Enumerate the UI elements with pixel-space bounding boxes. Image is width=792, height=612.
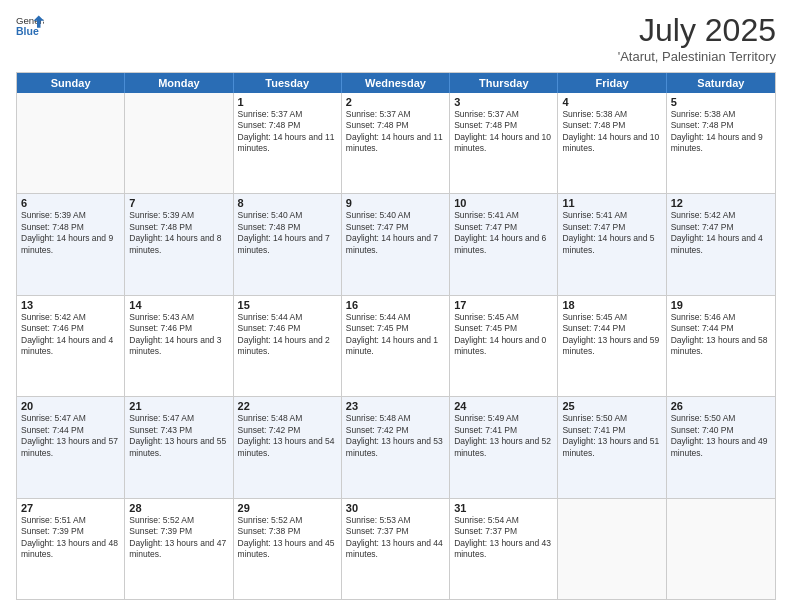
day-number-21: 21 xyxy=(129,400,228,412)
cell-info-28: Sunrise: 5:52 AM Sunset: 7:39 PM Dayligh… xyxy=(129,515,228,561)
day-cell-21: 21Sunrise: 5:47 AM Sunset: 7:43 PM Dayli… xyxy=(125,397,233,497)
cell-info-29: Sunrise: 5:52 AM Sunset: 7:38 PM Dayligh… xyxy=(238,515,337,561)
day-cell-9: 9Sunrise: 5:40 AM Sunset: 7:47 PM Daylig… xyxy=(342,194,450,294)
day-number-27: 27 xyxy=(21,502,120,514)
day-number-10: 10 xyxy=(454,197,553,209)
day-cell-1: 1Sunrise: 5:37 AM Sunset: 7:48 PM Daylig… xyxy=(234,93,342,193)
day-number-5: 5 xyxy=(671,96,771,108)
calendar-header: Sunday Monday Tuesday Wednesday Thursday… xyxy=(17,73,775,93)
day-number-25: 25 xyxy=(562,400,661,412)
cell-info-9: Sunrise: 5:40 AM Sunset: 7:47 PM Dayligh… xyxy=(346,210,445,256)
day-cell-28: 28Sunrise: 5:52 AM Sunset: 7:39 PM Dayli… xyxy=(125,499,233,599)
cell-info-15: Sunrise: 5:44 AM Sunset: 7:46 PM Dayligh… xyxy=(238,312,337,358)
cell-info-25: Sunrise: 5:50 AM Sunset: 7:41 PM Dayligh… xyxy=(562,413,661,459)
cell-info-13: Sunrise: 5:42 AM Sunset: 7:46 PM Dayligh… xyxy=(21,312,120,358)
calendar-body: 1Sunrise: 5:37 AM Sunset: 7:48 PM Daylig… xyxy=(17,93,775,599)
day-cell-20: 20Sunrise: 5:47 AM Sunset: 7:44 PM Dayli… xyxy=(17,397,125,497)
day-cell-11: 11Sunrise: 5:41 AM Sunset: 7:47 PM Dayli… xyxy=(558,194,666,294)
day-cell-10: 10Sunrise: 5:41 AM Sunset: 7:47 PM Dayli… xyxy=(450,194,558,294)
day-number-6: 6 xyxy=(21,197,120,209)
day-number-8: 8 xyxy=(238,197,337,209)
day-number-29: 29 xyxy=(238,502,337,514)
day-number-28: 28 xyxy=(129,502,228,514)
cell-info-20: Sunrise: 5:47 AM Sunset: 7:44 PM Dayligh… xyxy=(21,413,120,459)
day-cell-27: 27Sunrise: 5:51 AM Sunset: 7:39 PM Dayli… xyxy=(17,499,125,599)
cell-info-7: Sunrise: 5:39 AM Sunset: 7:48 PM Dayligh… xyxy=(129,210,228,256)
day-number-20: 20 xyxy=(21,400,120,412)
cell-info-21: Sunrise: 5:47 AM Sunset: 7:43 PM Dayligh… xyxy=(129,413,228,459)
empty-cell xyxy=(667,499,775,599)
day-cell-23: 23Sunrise: 5:48 AM Sunset: 7:42 PM Dayli… xyxy=(342,397,450,497)
day-number-19: 19 xyxy=(671,299,771,311)
cell-info-5: Sunrise: 5:38 AM Sunset: 7:48 PM Dayligh… xyxy=(671,109,771,155)
cell-info-14: Sunrise: 5:43 AM Sunset: 7:46 PM Dayligh… xyxy=(129,312,228,358)
day-number-15: 15 xyxy=(238,299,337,311)
day-cell-7: 7Sunrise: 5:39 AM Sunset: 7:48 PM Daylig… xyxy=(125,194,233,294)
header-monday: Monday xyxy=(125,73,233,93)
day-number-4: 4 xyxy=(562,96,661,108)
logo: General Blue xyxy=(16,12,44,40)
day-cell-22: 22Sunrise: 5:48 AM Sunset: 7:42 PM Dayli… xyxy=(234,397,342,497)
day-cell-26: 26Sunrise: 5:50 AM Sunset: 7:40 PM Dayli… xyxy=(667,397,775,497)
day-cell-24: 24Sunrise: 5:49 AM Sunset: 7:41 PM Dayli… xyxy=(450,397,558,497)
day-cell-30: 30Sunrise: 5:53 AM Sunset: 7:37 PM Dayli… xyxy=(342,499,450,599)
cell-info-8: Sunrise: 5:40 AM Sunset: 7:48 PM Dayligh… xyxy=(238,210,337,256)
day-cell-3: 3Sunrise: 5:37 AM Sunset: 7:48 PM Daylig… xyxy=(450,93,558,193)
cell-info-16: Sunrise: 5:44 AM Sunset: 7:45 PM Dayligh… xyxy=(346,312,445,358)
header-thursday: Thursday xyxy=(450,73,558,93)
header-wednesday: Wednesday xyxy=(342,73,450,93)
header-saturday: Saturday xyxy=(667,73,775,93)
day-number-17: 17 xyxy=(454,299,553,311)
day-cell-18: 18Sunrise: 5:45 AM Sunset: 7:44 PM Dayli… xyxy=(558,296,666,396)
empty-cell xyxy=(17,93,125,193)
cell-info-3: Sunrise: 5:37 AM Sunset: 7:48 PM Dayligh… xyxy=(454,109,553,155)
title-block: July 2025 'Atarut, Palestinian Territory xyxy=(618,12,776,64)
calendar: Sunday Monday Tuesday Wednesday Thursday… xyxy=(16,72,776,600)
day-number-12: 12 xyxy=(671,197,771,209)
day-cell-14: 14Sunrise: 5:43 AM Sunset: 7:46 PM Dayli… xyxy=(125,296,233,396)
day-number-9: 9 xyxy=(346,197,445,209)
cell-info-18: Sunrise: 5:45 AM Sunset: 7:44 PM Dayligh… xyxy=(562,312,661,358)
header-tuesday: Tuesday xyxy=(234,73,342,93)
day-cell-17: 17Sunrise: 5:45 AM Sunset: 7:45 PM Dayli… xyxy=(450,296,558,396)
day-number-14: 14 xyxy=(129,299,228,311)
cell-info-4: Sunrise: 5:38 AM Sunset: 7:48 PM Dayligh… xyxy=(562,109,661,155)
cell-info-10: Sunrise: 5:41 AM Sunset: 7:47 PM Dayligh… xyxy=(454,210,553,256)
day-cell-4: 4Sunrise: 5:38 AM Sunset: 7:48 PM Daylig… xyxy=(558,93,666,193)
day-cell-6: 6Sunrise: 5:39 AM Sunset: 7:48 PM Daylig… xyxy=(17,194,125,294)
cell-info-23: Sunrise: 5:48 AM Sunset: 7:42 PM Dayligh… xyxy=(346,413,445,459)
day-number-26: 26 xyxy=(671,400,771,412)
cell-info-11: Sunrise: 5:41 AM Sunset: 7:47 PM Dayligh… xyxy=(562,210,661,256)
empty-cell xyxy=(125,93,233,193)
day-number-18: 18 xyxy=(562,299,661,311)
cell-info-31: Sunrise: 5:54 AM Sunset: 7:37 PM Dayligh… xyxy=(454,515,553,561)
day-cell-12: 12Sunrise: 5:42 AM Sunset: 7:47 PM Dayli… xyxy=(667,194,775,294)
day-number-23: 23 xyxy=(346,400,445,412)
location: 'Atarut, Palestinian Territory xyxy=(618,49,776,64)
cell-info-19: Sunrise: 5:46 AM Sunset: 7:44 PM Dayligh… xyxy=(671,312,771,358)
day-number-13: 13 xyxy=(21,299,120,311)
day-cell-25: 25Sunrise: 5:50 AM Sunset: 7:41 PM Dayli… xyxy=(558,397,666,497)
day-number-7: 7 xyxy=(129,197,228,209)
day-cell-31: 31Sunrise: 5:54 AM Sunset: 7:37 PM Dayli… xyxy=(450,499,558,599)
day-number-11: 11 xyxy=(562,197,661,209)
svg-text:Blue: Blue xyxy=(16,25,39,37)
day-cell-29: 29Sunrise: 5:52 AM Sunset: 7:38 PM Dayli… xyxy=(234,499,342,599)
cell-info-30: Sunrise: 5:53 AM Sunset: 7:37 PM Dayligh… xyxy=(346,515,445,561)
cell-info-26: Sunrise: 5:50 AM Sunset: 7:40 PM Dayligh… xyxy=(671,413,771,459)
day-cell-13: 13Sunrise: 5:42 AM Sunset: 7:46 PM Dayli… xyxy=(17,296,125,396)
day-cell-2: 2Sunrise: 5:37 AM Sunset: 7:48 PM Daylig… xyxy=(342,93,450,193)
month-title: July 2025 xyxy=(618,12,776,49)
cell-info-6: Sunrise: 5:39 AM Sunset: 7:48 PM Dayligh… xyxy=(21,210,120,256)
cell-info-12: Sunrise: 5:42 AM Sunset: 7:47 PM Dayligh… xyxy=(671,210,771,256)
day-cell-5: 5Sunrise: 5:38 AM Sunset: 7:48 PM Daylig… xyxy=(667,93,775,193)
day-number-30: 30 xyxy=(346,502,445,514)
week-row-1: 1Sunrise: 5:37 AM Sunset: 7:48 PM Daylig… xyxy=(17,93,775,193)
cell-info-17: Sunrise: 5:45 AM Sunset: 7:45 PM Dayligh… xyxy=(454,312,553,358)
day-number-31: 31 xyxy=(454,502,553,514)
page: General Blue July 2025 'Atarut, Palestin… xyxy=(0,0,792,612)
logo-icon: General Blue xyxy=(16,12,44,40)
cell-info-22: Sunrise: 5:48 AM Sunset: 7:42 PM Dayligh… xyxy=(238,413,337,459)
day-cell-16: 16Sunrise: 5:44 AM Sunset: 7:45 PM Dayli… xyxy=(342,296,450,396)
day-number-24: 24 xyxy=(454,400,553,412)
